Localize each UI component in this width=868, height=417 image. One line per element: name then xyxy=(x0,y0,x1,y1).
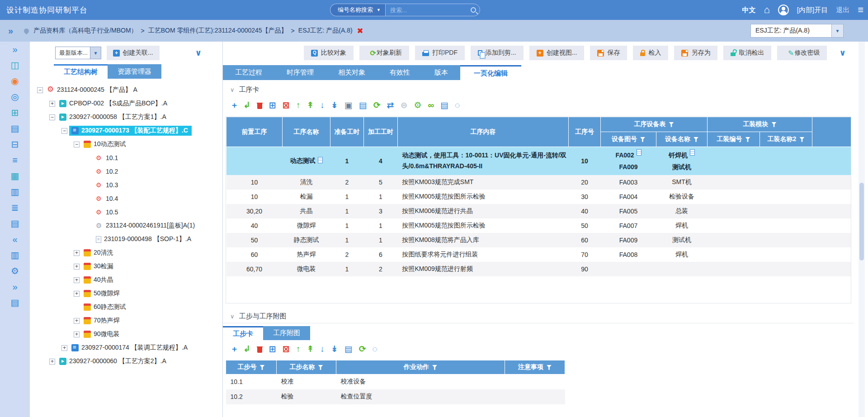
filter-icon[interactable] xyxy=(318,365,323,370)
group-tooling-module[interactable]: 工装模块 xyxy=(708,117,812,132)
tab-one-page-edit[interactable]: 一页化编辑 xyxy=(460,65,521,80)
col-equipment-code[interactable]: 设备图号 xyxy=(601,132,656,147)
insert-window-icon[interactable]: ⊞ xyxy=(269,101,276,110)
filter-icon[interactable] xyxy=(432,365,437,370)
refresh-icon[interactable]: ⟳ xyxy=(359,345,366,354)
add-row-icon[interactable]: + xyxy=(232,101,237,110)
expand-expander-icon[interactable] xyxy=(74,277,80,283)
col-pre-operation[interactable]: 前置工序 xyxy=(226,117,283,147)
parts-box-icon[interactable]: ⊞ xyxy=(9,108,21,118)
filter-icon[interactable] xyxy=(640,137,645,142)
tab-version[interactable]: 版本 xyxy=(422,65,460,80)
process-version-selector[interactable]: ESJ工艺: 产品(A.8) ▼ xyxy=(750,24,844,38)
swap-icon[interactable]: ⇄ xyxy=(387,101,394,110)
chevron-down-icon[interactable]: ∨ xyxy=(195,48,202,58)
close-icon[interactable]: ✖ xyxy=(357,26,363,36)
display-icon[interactable]: ▥ xyxy=(9,187,21,197)
tab-resource-manager[interactable]: 资源管理器 xyxy=(108,64,161,79)
move-down-icon[interactable]: ↓ xyxy=(320,345,325,354)
import-icon[interactable]: ↲ xyxy=(243,345,250,354)
col-equipment-name[interactable]: 设备名称 xyxy=(656,132,708,147)
add-to-clipboard-button[interactable]: 添加到剪... xyxy=(471,46,524,60)
collapse-expander-icon[interactable] xyxy=(37,87,43,93)
tree-node-selected[interactable]: 230927-0000173 【装配工艺规程】.C xyxy=(30,124,222,137)
filter-icon[interactable] xyxy=(772,122,777,127)
filter-icon[interactable] xyxy=(547,365,552,370)
insert-window-icon[interactable]: ⊞ xyxy=(269,345,276,354)
search-input[interactable] xyxy=(390,7,471,14)
loop-icon[interactable]: ◌ xyxy=(373,345,377,354)
tree-node[interactable]: 10.1 xyxy=(30,151,222,165)
tree-node[interactable]: 60静态测试 xyxy=(30,300,222,314)
col-process-hours[interactable]: 加工工时 xyxy=(364,117,398,147)
expand-expander-icon[interactable] xyxy=(49,101,55,107)
operation-row[interactable]: 10清洗25按照KM003规范完成SMT20FA003SMT机 xyxy=(226,175,852,190)
collapse-expander-icon[interactable] xyxy=(74,142,80,147)
loop-icon[interactable]: ◌ xyxy=(455,101,460,110)
version-dropdown[interactable]: 最新版本... ▼ xyxy=(55,47,101,59)
chevron-down-icon[interactable]: ∨ xyxy=(839,48,846,58)
save-as-button[interactable]: 另存为 xyxy=(674,46,717,60)
chevron-down-icon[interactable]: ∨ xyxy=(230,86,235,93)
link-icon[interactable]: ∞ xyxy=(428,101,434,110)
change-security-level-button[interactable]: 修改密级 xyxy=(777,46,827,60)
users-icon[interactable]: ◎ xyxy=(9,92,21,102)
tab-process-flow[interactable]: 工艺过程 xyxy=(223,65,274,80)
operation-row-selected[interactable]: 动态测试 1 4 动态测试，使用工具：10-0011：UV固化单元-通用-流转/… xyxy=(226,147,852,175)
materials-box-icon[interactable]: ⊟ xyxy=(9,139,21,149)
collapse-rows-icon[interactable]: ⊜ xyxy=(400,101,407,110)
product-library-icon[interactable]: ◫ xyxy=(9,60,21,70)
filter-icon[interactable] xyxy=(693,137,698,142)
check-in-button[interactable]: 检入 xyxy=(633,46,668,60)
home-icon[interactable]: ⌂ xyxy=(764,5,770,15)
breadcrumb-item[interactable]: ESJ工艺: 产品(A.8) xyxy=(298,27,353,35)
tree-node[interactable]: 10.4 xyxy=(30,192,222,205)
move-to-top-icon[interactable]: ↟ xyxy=(307,345,314,354)
filter-icon[interactable] xyxy=(260,365,265,370)
collapse-expander-icon[interactable] xyxy=(61,128,67,134)
search-icon[interactable] xyxy=(471,7,476,13)
operation-row[interactable]: 60热声焊26按图纸要求将元件进行组装70FA008焊机 xyxy=(226,247,852,262)
move-up-icon[interactable]: ↑ xyxy=(296,345,301,354)
operation-row[interactable]: 30,20共晶13按照KM006规范进行共晶40FA005总装 xyxy=(226,204,852,218)
tree-node[interactable]: 10.3 xyxy=(30,178,222,192)
card-icon[interactable] xyxy=(637,149,642,156)
breadcrumb-item[interactable]: 工艺BOM 零组件(工艺):231124-0000245【产品】 xyxy=(148,27,288,35)
terminal-icon[interactable]: ▥ xyxy=(9,250,21,260)
expand-expander-icon[interactable] xyxy=(74,264,80,270)
save-button[interactable]: 保存 xyxy=(590,46,627,60)
team-icon[interactable]: ◉ xyxy=(9,76,21,86)
list-icon[interactable]: ≣ xyxy=(9,203,21,213)
file-icon[interactable]: ▤ xyxy=(9,298,21,308)
col-operation-content[interactable]: 工序内容 xyxy=(398,117,569,147)
tab-process-structure-tree[interactable]: 工艺结构树 xyxy=(54,64,108,79)
tree-node[interactable]: 20清洗 xyxy=(30,246,222,260)
operation-row[interactable]: 60,70微电装12按照KM009规范进行射频90 xyxy=(226,262,852,276)
compare-objects-button[interactable]: 比较对象 xyxy=(304,46,354,60)
filter-icon[interactable] xyxy=(745,137,750,142)
tab-timing-management[interactable]: 时序管理 xyxy=(274,65,326,80)
chevron-down-icon[interactable]: ▼ xyxy=(831,24,843,37)
group-equipment-table[interactable]: 工序设备表 xyxy=(601,117,708,132)
operation-row[interactable]: 50静态测试11按照KM008规范将产品入库60FA009测试机 xyxy=(226,233,852,247)
scrollbar-thumb[interactable] xyxy=(859,183,864,261)
expand-expander-icon[interactable] xyxy=(74,250,80,256)
operation-row[interactable]: 40微隙焊11按照KM005规范按图所示检验50FA007焊机 xyxy=(226,218,852,233)
tree-node[interactable]: 40共晶 xyxy=(30,273,222,287)
document-icon[interactable]: ≡ xyxy=(9,155,21,165)
move-down-icon[interactable]: ↓ xyxy=(320,101,325,110)
search-type-dropdown[interactable]: 编号名称搜索 ▼ xyxy=(330,4,385,16)
menu-icon[interactable]: ≡ xyxy=(858,4,863,16)
col-operation-no[interactable]: 工序号 xyxy=(569,117,601,147)
move-to-top-icon[interactable]: ↟ xyxy=(307,101,314,110)
create-view-button[interactable]: 创建视图... xyxy=(529,46,585,60)
tree-node[interactable]: CPBOP-002 【S成品产品BOP】.A xyxy=(30,97,222,110)
card-icon[interactable] xyxy=(690,149,695,156)
preview-icon[interactable]: ▣ xyxy=(344,101,353,110)
col-step-no[interactable]: 工步号 xyxy=(226,360,277,374)
col-notes[interactable]: 注意事项 xyxy=(505,360,565,374)
chevron-down-icon[interactable]: ▼ xyxy=(90,47,101,59)
tree-node[interactable]: 231124-00002461911[盖板]A(1) xyxy=(30,219,222,232)
settings-gear-icon[interactable]: ⚙ xyxy=(9,266,21,276)
monitor-icon[interactable]: ▤ xyxy=(9,218,21,228)
